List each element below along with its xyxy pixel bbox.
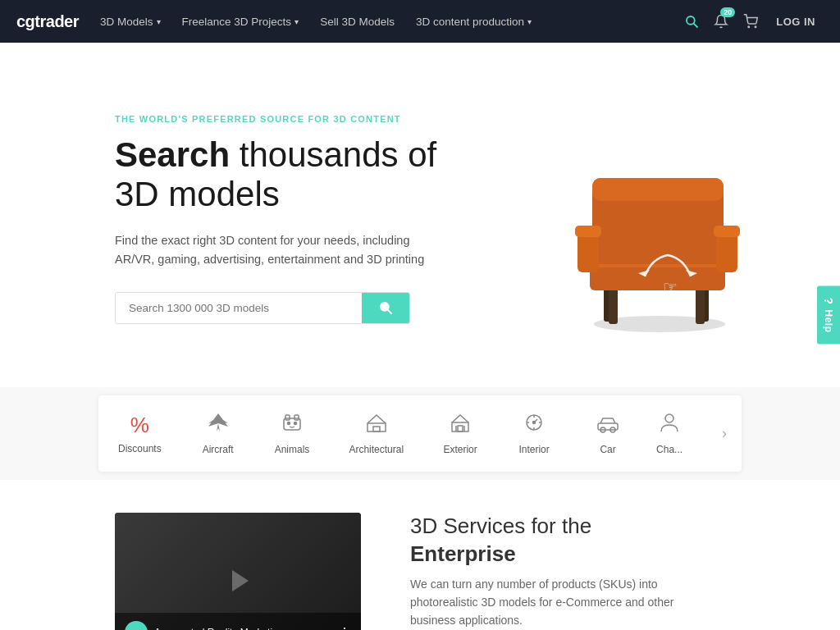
categories-next-arrow[interactable]: › xyxy=(715,418,733,449)
svg-rect-18 xyxy=(714,226,740,237)
svg-point-3 xyxy=(755,26,756,28)
category-aircraft[interactable]: Aircraft xyxy=(181,402,255,465)
nav-right: 20 LOG IN xyxy=(679,9,824,34)
category-architectural[interactable]: Architectural xyxy=(329,402,423,465)
bottom-section: cgt Augmented Reality Marketing an... ⋮ … xyxy=(0,480,840,630)
enterprise-heading: 3D Services for the Enterprise xyxy=(410,513,722,568)
category-exterior[interactable]: Exterior xyxy=(423,402,497,465)
svg-line-1 xyxy=(694,24,698,28)
video-logo-icon: cgt xyxy=(125,621,148,630)
category-animals-label: Animals xyxy=(275,444,310,455)
aircraft-icon xyxy=(207,412,230,439)
exterior-icon xyxy=(449,412,472,439)
video-more-icon[interactable]: ⋮ xyxy=(338,625,351,631)
svg-rect-28 xyxy=(373,427,380,431)
hero-description: Find the exact right 3D content for your… xyxy=(115,231,427,269)
search-icon-btn[interactable] xyxy=(679,9,704,34)
enterprise-description: We can turn any number of products (SKUs… xyxy=(410,575,722,630)
search-bar xyxy=(115,292,410,324)
category-exterior-label: Exterior xyxy=(443,444,477,455)
login-button[interactable]: LOG IN xyxy=(768,11,824,33)
car-icon xyxy=(596,412,619,439)
svg-point-2 xyxy=(748,26,750,28)
category-car[interactable]: Car xyxy=(571,402,645,465)
chevron-down-icon: ▾ xyxy=(294,17,299,26)
help-question-icon: ? xyxy=(822,297,835,304)
svg-point-42 xyxy=(665,414,673,422)
svg-rect-30 xyxy=(452,422,468,431)
svg-rect-14 xyxy=(592,178,724,201)
svg-point-25 xyxy=(288,422,290,425)
search-button[interactable] xyxy=(362,293,409,323)
notification-badge: 20 xyxy=(720,7,735,17)
category-animals[interactable]: Animals xyxy=(255,402,330,465)
cart-icon-btn[interactable] xyxy=(738,9,763,34)
svg-rect-23 xyxy=(285,415,290,420)
svg-rect-24 xyxy=(294,415,299,420)
category-car-label: Car xyxy=(600,444,615,455)
category-discounts[interactable]: % Discounts xyxy=(98,403,181,464)
svg-rect-31 xyxy=(458,426,463,431)
svg-rect-17 xyxy=(716,231,737,272)
chevron-down-icon: ▾ xyxy=(527,17,532,26)
nav-content-production[interactable]: 3D content production ▾ xyxy=(408,11,540,33)
enterprise-text: 3D Services for the Enterprise We can tu… xyxy=(410,513,722,630)
category-characters[interactable]: Cha... xyxy=(645,402,694,465)
video-overlay: cgt Augmented Reality Marketing an... ⋮ xyxy=(115,613,361,630)
chevron-down-icon: ▾ xyxy=(157,17,161,26)
help-widget[interactable]: ? Help xyxy=(817,285,840,344)
svg-rect-27 xyxy=(368,423,386,431)
hero-3d-chair: ☞ xyxy=(495,104,774,334)
video-title: Augmented Reality Marketing an... xyxy=(154,627,331,630)
svg-point-0 xyxy=(687,16,695,25)
category-characters-label: Cha... xyxy=(656,444,682,455)
logo[interactable]: cgtrader xyxy=(16,12,79,31)
discounts-icon: % xyxy=(130,413,149,438)
nav-freelance[interactable]: Freelance 3D Projects ▾ xyxy=(174,11,308,33)
category-interior[interactable]: Interior xyxy=(497,402,571,465)
svg-line-5 xyxy=(388,310,392,314)
help-label: Help xyxy=(823,310,834,333)
nav-sell[interactable]: Sell 3D Models xyxy=(312,11,403,33)
video-thumbnail[interactable]: cgt Augmented Reality Marketing an... ⋮ xyxy=(115,513,361,630)
architectural-icon xyxy=(365,412,388,439)
hero-text: THE WORLD'S PREFERRED SOURCE FOR 3D CONT… xyxy=(115,114,459,324)
hero-title: Search thousands of 3D models xyxy=(115,135,459,215)
category-discounts-label: Discounts xyxy=(118,443,162,454)
svg-rect-16 xyxy=(575,226,601,237)
svg-point-4 xyxy=(381,303,389,311)
svg-rect-15 xyxy=(578,231,599,272)
svg-marker-43 xyxy=(232,570,249,591)
categories-container: % Discounts Aircraft xyxy=(98,395,742,472)
category-interior-label: Interior xyxy=(518,444,549,455)
svg-point-26 xyxy=(294,422,297,425)
hero-section: THE WORLD'S PREFERRED SOURCE FOR 3D CONT… xyxy=(0,43,840,387)
navbar: cgtrader 3D Models ▾ Freelance 3D Projec… xyxy=(0,0,840,43)
interior-icon xyxy=(523,412,546,439)
nav-3d-models[interactable]: 3D Models ▾ xyxy=(92,11,169,33)
category-aircraft-label: Aircraft xyxy=(203,444,234,455)
search-input[interactable] xyxy=(116,293,362,323)
category-architectural-label: Architectural xyxy=(349,444,404,455)
characters-icon xyxy=(658,412,681,439)
categories-section: % Discounts Aircraft xyxy=(0,387,840,480)
hero-tagline: THE WORLD'S PREFERRED SOURCE FOR 3D CONT… xyxy=(115,114,459,124)
notifications-btn[interactable]: 20 xyxy=(709,9,733,34)
svg-text:☞: ☞ xyxy=(663,278,678,296)
animals-icon xyxy=(281,412,304,439)
